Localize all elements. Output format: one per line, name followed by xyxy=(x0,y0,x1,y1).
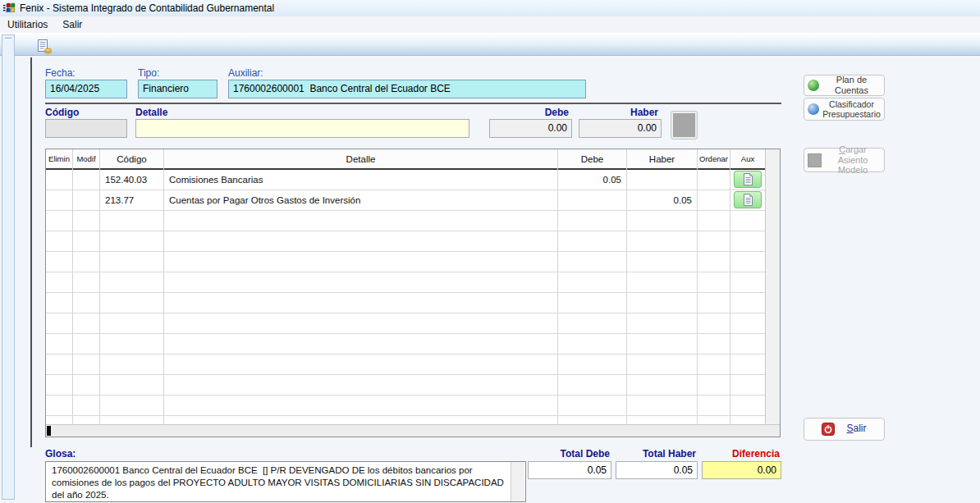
grid-horizontal-scrollbar[interactable] xyxy=(46,424,780,437)
document-coins-icon[interactable] xyxy=(36,39,53,55)
entries-grid: EliminModifCódigoDetalleDebeHaberOrdenar… xyxy=(45,149,781,437)
windows-logo-icon xyxy=(2,2,16,15)
total-debe-field: 0.05 xyxy=(528,461,611,479)
gray-square-icon xyxy=(808,153,822,167)
diferencia-field: 0.00 xyxy=(702,461,781,479)
debe-input[interactable]: 0.00 xyxy=(489,119,572,138)
menu-salir[interactable]: Salir xyxy=(55,17,89,32)
menu-utilitarios[interactable]: Utilitarios xyxy=(0,17,55,32)
table-row[interactable]: 213.77Cuentas por Pagar Otros Gastos de … xyxy=(46,190,766,211)
clasificador-label: Clasificador Presupuestario xyxy=(822,99,881,119)
glosa-scrollbar[interactable] xyxy=(511,462,524,501)
menu-bar: Utilitarios Salir xyxy=(0,16,980,33)
haber-input[interactable]: 0.00 xyxy=(579,119,662,138)
codigo-label: Código xyxy=(45,107,79,118)
table-row-empty xyxy=(46,231,766,252)
salir-button[interactable]: Salir xyxy=(804,418,885,441)
document-icon xyxy=(743,173,753,185)
column-header-haber[interactable]: Haber xyxy=(627,149,698,170)
total-haber-label: Total Haber xyxy=(616,448,696,460)
total-haber-field: 0.05 xyxy=(616,461,698,479)
add-entry-button[interactable] xyxy=(671,112,697,139)
separator-line xyxy=(45,103,781,104)
aux-document-button[interactable] xyxy=(734,191,762,208)
haber-label: Haber xyxy=(579,107,658,118)
panel-left-edge xyxy=(30,57,32,447)
codigo-input[interactable] xyxy=(45,119,127,138)
window-title: Fenix - Sistema Integrado de Contabilida… xyxy=(20,2,274,14)
glosa-textarea[interactable]: 1760002600001 Banco Central del Ecuador … xyxy=(45,461,526,502)
table-row-empty xyxy=(46,354,766,375)
column-header-elimin[interactable]: Elimin xyxy=(46,149,73,170)
plan-de-cuentas-button[interactable]: Plan de Cuentas xyxy=(804,75,885,96)
grid-header: EliminModifCódigoDetalleDebeHaberOrdenar… xyxy=(46,149,766,170)
clasificador-presupuestario-button[interactable]: Clasificador Presupuestario xyxy=(804,98,885,121)
salir-label: Salir xyxy=(846,423,866,435)
auxiliar-field[interactable]: 1760002600001 Banco Central del Ecuador … xyxy=(228,80,586,98)
table-row-empty xyxy=(46,272,766,293)
table-row-empty xyxy=(46,396,766,416)
title-bar: Fenix - Sistema Integrado de Contabilida… xyxy=(0,0,980,16)
green-sphere-icon xyxy=(808,80,819,91)
grid-vertical-scrollbar[interactable] xyxy=(765,149,780,424)
table-row-empty xyxy=(46,313,766,334)
tipo-label: Tipo: xyxy=(138,67,159,79)
table-row-empty xyxy=(46,211,766,231)
tipo-field[interactable]: Financiero xyxy=(138,80,218,98)
column-header-modif[interactable]: Modif xyxy=(73,149,100,170)
column-header-debe[interactable]: Debe xyxy=(558,149,627,170)
dock-grabber-handle[interactable] xyxy=(5,38,11,40)
column-header-ordenar[interactable]: Ordenar xyxy=(698,149,730,170)
table-row[interactable]: 152.40.03Comisiones Bancarias0.05 xyxy=(46,170,766,190)
fecha-field[interactable]: 16/04/2025 xyxy=(45,80,127,98)
column-header-codigo[interactable]: Código xyxy=(100,149,164,170)
diferencia-label: Diferencia xyxy=(702,448,780,460)
power-icon xyxy=(822,423,835,436)
table-row-empty xyxy=(46,293,766,313)
total-debe-label: Total Debe xyxy=(528,448,610,460)
table-row-empty xyxy=(46,334,766,354)
cargar-asiento-modelo-button[interactable]: Cargar Asiento Modelo xyxy=(804,148,885,172)
left-dock-panel[interactable] xyxy=(2,34,15,500)
cargar-asiento-label: Cargar Asiento Modelo xyxy=(825,144,881,176)
glosa-label: Glosa: xyxy=(45,448,76,460)
table-row-empty xyxy=(46,252,766,272)
fecha-label: Fecha: xyxy=(45,67,76,79)
grid-body: 152.40.03Comisiones Bancarias0.05213.77C… xyxy=(46,170,766,424)
blue-sphere-icon xyxy=(808,103,819,115)
auxiliar-label: Auxiliar: xyxy=(228,67,263,79)
detalle-input[interactable] xyxy=(135,119,469,138)
scrollbar-thumb[interactable] xyxy=(47,426,51,436)
table-row-empty xyxy=(46,375,766,396)
debe-label: Debe xyxy=(489,107,569,118)
column-header-detalle[interactable]: Detalle xyxy=(164,149,558,170)
aux-document-button[interactable] xyxy=(734,171,762,188)
toolbar xyxy=(0,33,980,56)
column-header-aux[interactable]: Aux xyxy=(730,149,766,170)
plan-de-cuentas-label: Plan de Cuentas xyxy=(822,75,881,95)
detalle-label: Detalle xyxy=(135,107,167,118)
document-icon xyxy=(743,194,753,206)
table-row-empty xyxy=(46,416,766,424)
